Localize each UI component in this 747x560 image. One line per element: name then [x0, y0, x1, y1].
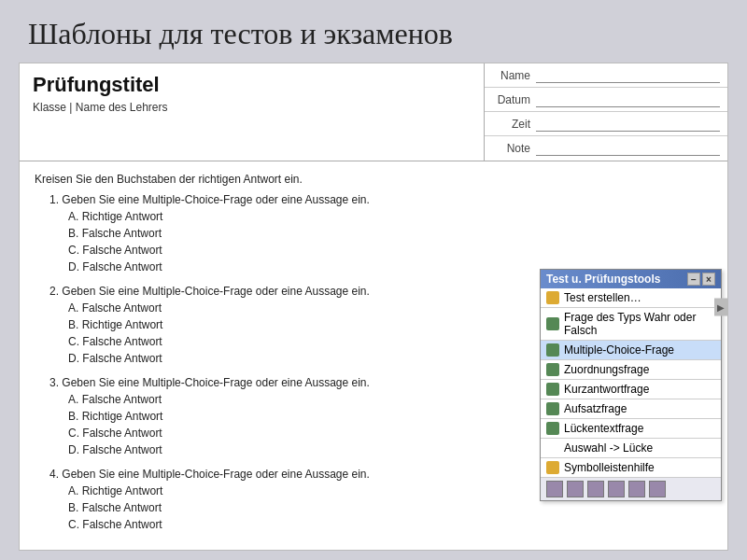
answer-item-1-3: C. Falsche Antwort [68, 242, 712, 259]
exam-title: Prüfungstitel [33, 73, 471, 97]
toolbar-item-icon-4 [546, 383, 559, 396]
answer-item-1-1: A. Richtige Antwort [68, 208, 712, 225]
field-line-zeit[interactable] [536, 117, 720, 132]
exam-fields: Name Datum Zeit Note [485, 63, 727, 161]
toolbar: Test u. Prüfungstools − × Test erstellen… [540, 269, 722, 501]
toolbar-item-label-4: Kurzantwortfrage [564, 383, 649, 396]
question-1: 1. Geben Sie eine Multiple-Choice-Frage … [35, 193, 712, 275]
toolbar-item-label-0: Test erstellen… [564, 291, 641, 304]
toolbar-item-icon-6 [546, 422, 559, 435]
toolbar-item-label-1: Frage des Typs Wahr oder Falsch [564, 311, 715, 337]
toolbar-item-label-7: Auswahl -> Lücke [564, 441, 653, 455]
toolbar-items: Test erstellen…Frage des Typs Wahr oder … [541, 288, 721, 478]
scroll-indicator[interactable]: ▶ [714, 298, 727, 315]
answer-item-4-3: C. Falsche Antwort [68, 516, 712, 533]
exam-title-block: Prüfungstitel Klasse | Name des Lehrers [20, 63, 485, 161]
field-row-name: Name [485, 63, 727, 88]
toolbar-item-5[interactable]: Aufsatzfrage [541, 399, 721, 419]
answer-item-4-2: B. Falsche Antwort [68, 499, 712, 516]
toolbar-bottom [541, 478, 721, 500]
field-label-zeit: Zeit [485, 118, 536, 131]
toolbar-item-4[interactable]: Kurzantwortfrage [541, 380, 721, 399]
toolbar-title: Test u. Prüfungstools [546, 273, 685, 286]
toolbar-item-label-2: Multiple-Choice-Frage [564, 343, 674, 357]
toolbar-item-icon-0 [546, 291, 559, 304]
field-label-note: Note [485, 142, 536, 155]
toolbar-item-3[interactable]: Zuordnungsfrage [541, 360, 721, 380]
toolbar-item-icon-5 [546, 402, 559, 415]
main-content: Prüfungstitel Klasse | Name des Lehrers … [19, 63, 728, 551]
field-label-datum: Datum [485, 93, 536, 106]
field-line-name[interactable] [536, 68, 720, 83]
toolbar-minimize-button[interactable]: − [687, 273, 700, 286]
toolbar-icon-5[interactable] [628, 481, 645, 497]
field-row-datum: Datum [485, 88, 727, 112]
toolbar-item-icon-3 [546, 363, 559, 376]
field-row-note: Note [485, 136, 727, 161]
answer-item-1-2: B. Falsche Antwort [68, 225, 712, 242]
toolbar-item-8[interactable]: Symbolleistenhilfe [541, 458, 721, 478]
field-line-note[interactable] [536, 141, 720, 156]
exam-header: Prüfungstitel Klasse | Name des Lehrers … [20, 63, 727, 161]
toolbar-icon-6[interactable] [649, 481, 666, 497]
toolbar-item-label-6: Lückentextfrage [564, 422, 643, 435]
toolbar-item-2[interactable]: Multiple-Choice-Frage [541, 341, 721, 360]
toolbar-item-icon-8 [546, 461, 559, 474]
page-title: Шаблоны для тестов и экзаменов [0, 0, 747, 63]
field-row-zeit: Zeit [485, 112, 727, 136]
field-label-name: Name [485, 69, 536, 82]
toolbar-close-button[interactable]: × [702, 273, 715, 286]
toolbar-item-label-5: Aufsatzfrage [564, 402, 627, 415]
question-text-1: 1. Geben Sie eine Multiple-Choice-Frage … [49, 193, 712, 206]
toolbar-item-label-8: Symbolleistenhilfe [564, 461, 655, 474]
toolbar-icon-2[interactable] [567, 481, 584, 497]
toolbar-item-1[interactable]: Frage des Typs Wahr oder Falsch [541, 308, 721, 341]
toolbar-item-icon-2 [546, 343, 559, 357]
toolbar-icon-3[interactable] [587, 481, 604, 497]
toolbar-item-0[interactable]: Test erstellen… [541, 288, 721, 308]
toolbar-item-7[interactable]: Auswahl -> Lücke [541, 439, 721, 458]
toolbar-icon-1[interactable] [546, 481, 563, 497]
toolbar-header: Test u. Prüfungstools − × [541, 270, 721, 288]
answer-list-1: A. Richtige AntwortB. Falsche AntwortC. … [68, 208, 712, 275]
exam-subtitle: Klasse | Name des Lehrers [33, 101, 471, 114]
toolbar-item-6[interactable]: Lückentextfrage [541, 419, 721, 439]
toolbar-item-icon-1 [546, 317, 559, 330]
toolbar-icon-4[interactable] [608, 481, 625, 497]
instructions: Kreisen Sie den Buchstaben der richtigen… [20, 161, 727, 189]
toolbar-item-label-3: Zuordnungsfrage [564, 363, 649, 376]
field-line-datum[interactable] [536, 92, 720, 107]
